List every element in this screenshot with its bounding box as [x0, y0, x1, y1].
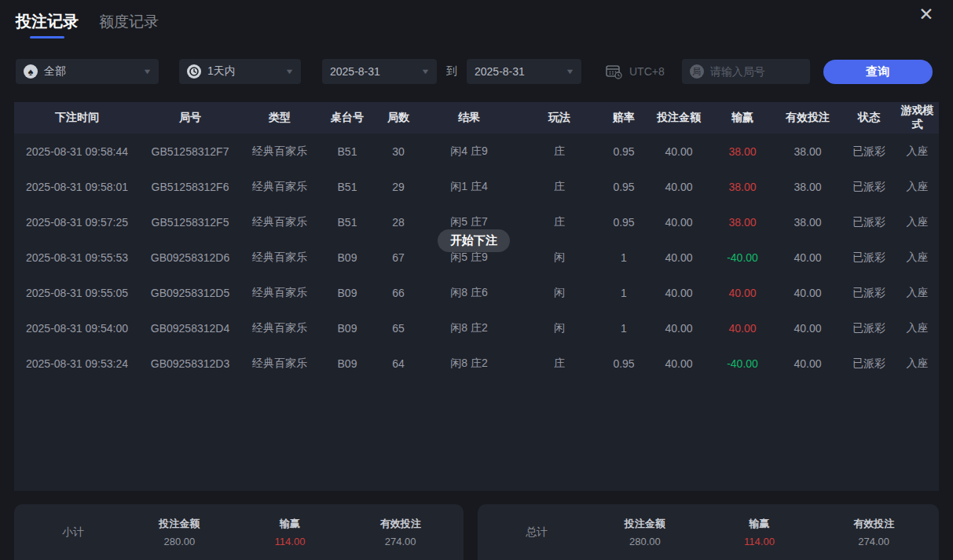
cell-table-no: B09 [319, 251, 376, 264]
total-panel: 总计 投注金额 280.00 输赢 114.00 有效投注 274.00 [478, 504, 939, 560]
round-id-field: 局 [682, 59, 810, 84]
total-label: 总计 [486, 525, 588, 540]
search-button[interactable]: 查询 [823, 60, 933, 84]
round-id-input[interactable] [710, 65, 797, 78]
col-winloss: 输赢 [712, 111, 773, 125]
chevron-down-icon: ▼ [565, 68, 574, 75]
cell-play: 庄 [517, 215, 602, 229]
cell-winloss: 40.00 [712, 287, 773, 299]
cell-status: 已派彩 [842, 180, 896, 194]
cell-time: 2025-08-31 09:55:05 [14, 287, 140, 299]
col-result: 结果 [421, 111, 517, 125]
cell-time: 2025-08-31 09:58:44 [14, 145, 140, 158]
col-odds: 赔率 [602, 111, 646, 125]
cell-valid-bet: 38.00 [773, 216, 842, 229]
tab-betting-records[interactable]: 投注记录 [16, 11, 79, 40]
clock-icon [187, 64, 201, 79]
betting-records-table: 下注时间 局号 类型 桌台号 局数 结果 玩法 赔率 投注金额 输赢 有效投注 … [14, 102, 939, 491]
table-row: 2025-08-31 09:55:05GB09258312D5经典百家乐B096… [14, 275, 939, 310]
col-status: 状态 [842, 111, 896, 125]
filter-bar: ♠ 全部 ▼ 1天内 ▼ 2025-8-31 ▼ 到 2025-8-31 ▼ [0, 59, 953, 84]
cell-play: 闲 [517, 251, 602, 265]
cell-odds: 1 [602, 251, 646, 264]
col-table-no: 桌台号 [319, 111, 376, 125]
cell-round-no: 66 [376, 287, 421, 299]
col-play: 玩法 [517, 111, 602, 125]
round-badge-icon: 局 [690, 64, 704, 79]
cell-round-id: GB51258312F7 [140, 145, 240, 158]
cell-odds: 0.95 [602, 181, 646, 193]
cell-valid-bet: 40.00 [773, 322, 842, 335]
col-valid-bet: 有效投注 [773, 111, 842, 125]
cell-bet: 40.00 [646, 216, 712, 229]
cell-valid-bet: 40.00 [773, 287, 842, 299]
cell-result: 闲8 庄2 [421, 357, 517, 371]
cell-result: 闲5 庄9 [421, 251, 517, 265]
table-header-row: 下注时间 局号 类型 桌台号 局数 结果 玩法 赔率 投注金额 输赢 有效投注 … [14, 102, 939, 134]
chevron-down-icon: ▼ [142, 68, 152, 75]
table-row: 2025-08-31 09:58:01GB51258312F6经典百家乐B512… [14, 169, 939, 204]
summary-bar: 小计 投注金额 280.00 输赢 114.00 有效投注 274.00 总计 … [14, 504, 939, 560]
cell-round-id: GB51258312F6 [140, 181, 240, 193]
cell-time: 2025-08-31 09:57:25 [14, 216, 140, 229]
cell-status: 已派彩 [842, 215, 896, 229]
chevron-down-icon: ▼ [284, 68, 294, 75]
cell-mode: 入座 [896, 180, 939, 194]
cell-bet: 40.00 [646, 287, 712, 299]
close-icon[interactable]: ✕ [915, 3, 937, 25]
cell-round-no: 29 [376, 181, 421, 193]
cell-result: 闲8 庄2 [421, 321, 517, 335]
cell-status: 已派彩 [842, 251, 896, 265]
time-range-select[interactable]: 1天内 ▼ [179, 59, 301, 84]
subtotal-valid-bet: 有效投注 274.00 [345, 517, 456, 547]
date-from-value: 2025-8-31 [330, 65, 380, 78]
cell-bet: 40.00 [646, 357, 712, 370]
cell-type: 经典百家乐 [240, 251, 319, 265]
cell-round-id: GB09258312D6 [140, 251, 240, 264]
cell-odds: 0.95 [602, 216, 646, 229]
cell-bet: 40.00 [646, 145, 712, 158]
table-row: 2025-08-31 09:58:44GB51258312F7经典百家乐B513… [14, 134, 939, 169]
cell-winloss: -40.00 [712, 251, 773, 264]
cell-status: 已派彩 [842, 145, 896, 159]
cell-mode: 入座 [896, 251, 939, 265]
cell-type: 经典百家乐 [240, 145, 319, 159]
tab-quota-records[interactable]: 额度记录 [99, 12, 159, 40]
cell-winloss: 40.00 [712, 322, 773, 335]
subtotal-label: 小计 [22, 525, 124, 540]
cell-table-no: B09 [319, 322, 376, 335]
cell-round-no: 28 [376, 216, 421, 229]
game-type-value: 全部 [44, 64, 66, 79]
cell-bet: 40.00 [646, 322, 712, 335]
cell-mode: 入座 [896, 145, 939, 159]
cell-result: 闲1 庄4 [421, 180, 517, 194]
cell-winloss: 38.00 [712, 145, 773, 158]
col-bet-amount: 投注金额 [646, 111, 712, 125]
cell-table-no: B51 [319, 181, 376, 193]
date-to-select[interactable]: 2025-8-31 ▼ [467, 59, 581, 84]
cell-odds: 0.95 [602, 357, 646, 370]
cell-round-no: 30 [376, 145, 421, 158]
spade-icon: ♠ [24, 64, 38, 79]
calendar-clock-icon[interactable] [605, 64, 622, 79]
cell-round-id: GB51258312F5 [140, 216, 240, 229]
game-type-select[interactable]: ♠ 全部 ▼ [16, 59, 159, 84]
total-winloss: 输赢 114.00 [702, 517, 817, 547]
timezone-group: UTC+8 [605, 64, 665, 79]
cell-round-no: 67 [376, 251, 421, 264]
cell-type: 经典百家乐 [240, 321, 319, 335]
cell-play: 闲 [517, 286, 602, 300]
time-range-value: 1天内 [207, 64, 236, 79]
cell-valid-bet: 38.00 [773, 145, 842, 158]
cell-status: 已派彩 [842, 321, 896, 335]
cell-type: 经典百家乐 [240, 215, 319, 229]
cell-result: 闲5 庄7 [421, 215, 517, 229]
cell-odds: 1 [602, 287, 646, 299]
cell-status: 已派彩 [842, 286, 896, 300]
cell-time: 2025-08-31 09:54:00 [14, 322, 140, 335]
cell-play: 庄 [517, 145, 602, 159]
table-body: 2025-08-31 09:58:44GB51258312F7经典百家乐B513… [14, 134, 939, 381]
cell-table-no: B51 [319, 216, 376, 229]
cell-round-no: 64 [376, 357, 421, 370]
date-from-select[interactable]: 2025-8-31 ▼ [322, 59, 437, 84]
